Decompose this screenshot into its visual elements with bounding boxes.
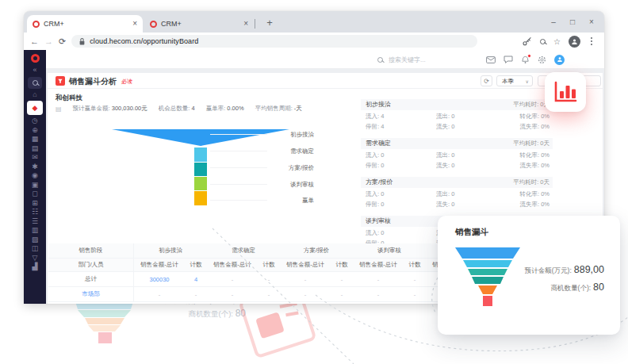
col-header-count: 计数 <box>185 259 207 271</box>
cell: - <box>331 287 353 301</box>
browser-tab-active[interactable]: CRM+ × <box>27 15 143 33</box>
down-icon[interactable]: ▽ <box>33 254 38 263</box>
stage-stay: 停留: 4 <box>366 122 384 132</box>
tab-close-icon[interactable]: × <box>243 20 248 28</box>
period-dropdown[interactable]: 本季 ∨ <box>496 75 533 86</box>
stage-avg-duration: 平均耗时: 0天 <box>513 138 550 149</box>
cell: - <box>353 287 404 301</box>
notes-icon[interactable]: ▤ <box>32 144 39 154</box>
stage-stay: 停留: 0 <box>366 200 384 209</box>
collapse-icon[interactable]: « <box>33 66 36 75</box>
stat-win-rate: 赢单率: 0.00% <box>206 105 244 113</box>
new-tab-button[interactable]: + <box>262 15 278 31</box>
clock-icon[interactable]: ◷ <box>32 117 38 126</box>
popup-metric-amount: 预计金额(万元):889,00 <box>517 262 604 276</box>
chart-icon[interactable]: ▟ <box>33 262 38 272</box>
add-icon[interactable]: ⊕ <box>32 126 38 136</box>
row-label: 总计 <box>48 272 134 286</box>
hecom-logo <box>31 54 40 63</box>
bookmark-star-icon[interactable]: ☆ <box>553 37 561 46</box>
refresh-button[interactable]: ⟳ <box>481 75 492 86</box>
menu-icon[interactable]: ☰ <box>32 217 38 227</box>
crm-favicon <box>33 21 40 28</box>
stack-icon[interactable]: ⊞ <box>32 199 38 209</box>
stage-inflow: 流入: 0 <box>366 190 384 199</box>
cell: - <box>404 272 426 286</box>
key-icon[interactable] <box>523 36 532 46</box>
screenshot-canvas: 预计金额(万元): 889,00 商机数量(个): 80 CRM+ × CRM+… <box>0 0 628 364</box>
cell: - <box>331 272 353 286</box>
global-search[interactable] <box>377 50 454 69</box>
stage-lost: 流失: 0 <box>436 161 454 171</box>
gear-icon[interactable] <box>538 56 546 64</box>
notification-badge <box>527 54 531 58</box>
funnel-stage-label: 赢单 <box>190 197 314 204</box>
stage-lost-rate: 流失率: 0% <box>519 161 550 171</box>
crm-favicon <box>150 21 157 28</box>
chevron-down-icon: ∨ <box>526 79 529 84</box>
maximize-button[interactable]: □ <box>563 17 582 26</box>
table-header-row-measures: 部门/人员 销售金额-总计 计数 销售金额-总计 计数 销售金额-总计 计数 销… <box>48 259 499 272</box>
summary-stats: ▤ 预计赢单金额: 300,030.00元 机会总数量: 4 赢单率: 0.00… <box>56 105 302 113</box>
stage-inflow: 流入: 4 <box>366 112 384 121</box>
page-title-row: 销售漏斗分析 必读 ⟳ 本季 ∨ <box>48 73 603 89</box>
forward-icon[interactable]: → <box>44 37 53 46</box>
person-icon <box>571 38 578 45</box>
columns-icon[interactable]: ◫ <box>32 244 39 254</box>
row-label-link[interactable]: 市场部 <box>48 287 134 301</box>
browser-menu-icon[interactable] <box>591 40 592 42</box>
bar-chart-icon <box>553 81 577 103</box>
popup-funnel-graphic <box>452 244 525 312</box>
inbox-icon[interactable] <box>486 56 496 63</box>
stage-name: 需求确定 <box>366 138 391 149</box>
notifications[interactable] <box>521 56 530 64</box>
reload-icon[interactable]: ⟳ <box>59 37 66 46</box>
funnel-app-icon <box>56 76 65 86</box>
table-row-dept: 市场部 - - - - - - - - - - <box>48 287 499 302</box>
board-icon[interactable]: ◻ <box>32 190 37 199</box>
browser-tab-inactive[interactable]: CRM+ × <box>144 15 254 33</box>
cell: - <box>134 287 185 301</box>
popup-metric-count-value: 80 <box>593 282 604 293</box>
browser-profile-avatar[interactable] <box>569 36 580 48</box>
cell-count-link[interactable]: 4 <box>185 272 207 286</box>
settings-icon[interactable]: ✱ <box>32 163 38 172</box>
stage-lost-rate: 流失率: 0% <box>519 200 550 209</box>
home-icon[interactable]: ⌂ <box>33 90 36 100</box>
popup-metric-amount-label: 预计金额(万元): <box>525 266 572 274</box>
funnel-glyph <box>57 78 63 84</box>
back-icon[interactable]: ← <box>30 37 39 46</box>
calendar-icon[interactable]: ▦ <box>32 135 39 144</box>
search-input[interactable] <box>387 56 454 64</box>
tab-close-icon[interactable]: × <box>132 20 137 28</box>
stage-outflow: 流出: 0 <box>436 151 454 160</box>
popup-metric-amount-value: 889,00 <box>574 264 604 275</box>
app-topbar <box>46 50 604 69</box>
chat-icon[interactable] <box>504 56 513 63</box>
col-header-amount: 销售金额-总计 <box>207 259 258 271</box>
title-tag: 必读 <box>121 78 132 86</box>
minimize-button[interactable]: – <box>544 17 563 26</box>
pattern-icon[interactable]: ▨ <box>32 236 39 245</box>
chart-feature-badge[interactable] <box>545 72 586 112</box>
page-title: 销售漏斗分析 <box>69 76 117 87</box>
rows-icon[interactable]: ☷ <box>32 208 38 217</box>
stage-avg-duration: 平均耗时: 0天 <box>513 177 550 188</box>
popup-metric-count-label: 商机数量(个): <box>551 284 592 292</box>
user-avatar[interactable] <box>554 55 565 65</box>
target-icon[interactable]: ◉ <box>32 171 38 181</box>
address-bar-actions: ☆ <box>523 36 598 48</box>
mail-icon[interactable]: ✉ <box>32 153 38 163</box>
zoom-search-icon[interactable] <box>540 39 546 44</box>
stage-name: 初步接洽 <box>366 99 391 110</box>
close-button[interactable]: × <box>582 17 601 26</box>
grid-icon[interactable]: ▥ <box>32 226 39 236</box>
stage-lost: 流失: 0 <box>436 122 454 132</box>
module-icon[interactable]: ▣ <box>32 181 39 190</box>
sidebar-search-icon[interactable] <box>28 77 42 89</box>
table-header-row-stages: 销售阶段 初步接洽 需求确定 方案/报价 谈判审核 赢单 <box>48 243 499 259</box>
sidebar-item-funnel-active[interactable]: ◆ <box>27 101 43 115</box>
tab-title: CRM+ <box>161 20 239 28</box>
url-field[interactable]: cloud.hecom.cn/opportunityBoard <box>71 35 477 48</box>
cell-amount-link[interactable]: 300030 <box>134 272 185 286</box>
